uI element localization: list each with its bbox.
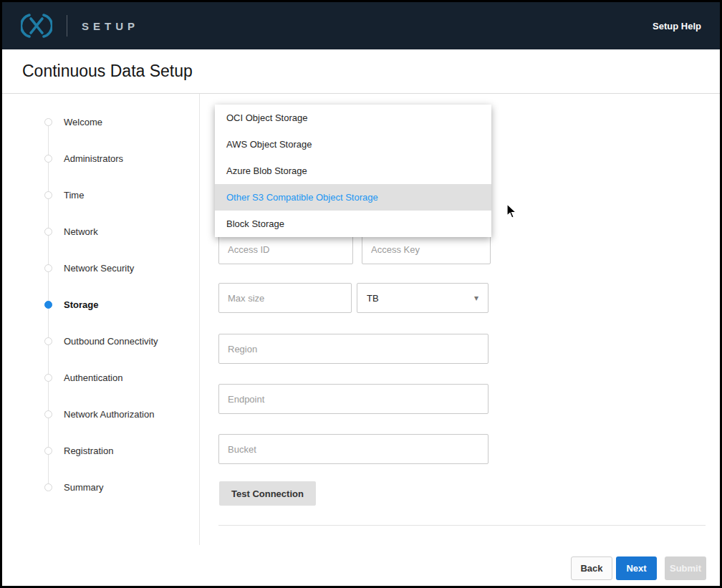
sidebar-item-storage[interactable]: Storage [2, 286, 199, 323]
step-circle-icon [44, 228, 52, 236]
bucket-field[interactable] [218, 434, 488, 464]
max-size-field[interactable] [218, 283, 352, 313]
sidebar-item-administrators[interactable]: Administrators [2, 140, 199, 177]
back-button[interactable]: Back [571, 556, 612, 580]
step-circle-icon [44, 118, 52, 126]
access-id-field[interactable] [218, 235, 353, 264]
dropdown-option-other-s3-compatible[interactable]: Other S3 Compatible Object Storage [215, 184, 491, 211]
dropdown-option-aws-object-storage[interactable]: AWS Object Storage [215, 131, 491, 158]
page-title: Continuous Data Setup [22, 62, 193, 81]
sidebar-item-label: Welcome [64, 117, 102, 127]
sidebar-item-authentication[interactable]: Authentication [2, 360, 199, 396]
sidebar-item-outbound-connectivity[interactable]: Outbound Connectivity [2, 323, 199, 360]
storage-type-dropdown-menu: OCI Object Storage AWS Object Storage Az… [215, 105, 491, 237]
access-key-field[interactable] [362, 235, 491, 264]
topbar-divider [67, 15, 67, 37]
sidebar-item-label: Time [64, 190, 84, 201]
dropdown-option-block-storage[interactable]: Block Storage [215, 211, 491, 237]
sidebar-item-network[interactable]: Network [2, 213, 199, 250]
brand-text: SETUP [82, 20, 139, 32]
step-circle-icon [44, 155, 52, 163]
top-bar: SETUP Setup Help [2, 2, 720, 49]
chevron-down-icon: ▾ [474, 294, 478, 302]
delphix-logo-icon [21, 14, 52, 38]
setup-help-link[interactable]: Setup Help [653, 21, 701, 32]
region-field[interactable] [218, 334, 488, 364]
sidebar-item-label: Storage [64, 299, 98, 310]
sidebar-item-time[interactable]: Time [2, 177, 199, 213]
app-window: SETUP Setup Help Continuous Data Setup W… [0, 0, 722, 588]
step-circle-icon [44, 374, 52, 382]
test-connection-button[interactable]: Test Connection [219, 481, 316, 506]
sidebar-item-label: Network Security [64, 263, 134, 274]
sidebar-item-network-security[interactable]: Network Security [2, 250, 199, 286]
stepper-items: Welcome Administrators Time Network Netw… [2, 104, 199, 506]
step-circle-icon [44, 264, 52, 272]
step-circle-icon [44, 301, 52, 309]
step-circle-icon [44, 337, 52, 345]
dropdown-option-oci-object-storage[interactable]: OCI Object Storage [215, 105, 491, 131]
step-circle-icon [44, 410, 52, 418]
wizard-stepper: Welcome Administrators Time Network Netw… [2, 94, 200, 545]
step-circle-icon [44, 191, 52, 199]
endpoint-field[interactable] [218, 384, 488, 414]
sidebar-item-label: Authentication [64, 372, 122, 383]
sidebar-item-network-authorization[interactable]: Network Authorization [2, 396, 199, 433]
size-unit-value: TB [367, 293, 379, 304]
next-button[interactable]: Next [616, 556, 657, 580]
size-unit-select[interactable]: TB ▾ [357, 283, 488, 313]
sidebar-item-label: Summary [64, 482, 104, 493]
content-divider [218, 525, 706, 526]
step-circle-icon [44, 447, 52, 455]
sidebar-item-label: Outbound Connectivity [64, 336, 158, 347]
sidebar-item-label: Network Authorization [64, 409, 154, 420]
sidebar-item-registration[interactable]: Registration [2, 433, 199, 469]
submit-button: Submit [665, 556, 706, 580]
dropdown-option-azure-blob-storage[interactable]: Azure Blob Storage [215, 158, 491, 184]
step-circle-icon [44, 483, 52, 491]
sidebar-item-welcome[interactable]: Welcome [2, 104, 199, 140]
sidebar-item-label: Administrators [64, 153, 123, 164]
page-header: Continuous Data Setup [2, 49, 720, 94]
sidebar-item-label: Registration [64, 445, 113, 456]
mouse-cursor [506, 203, 521, 219]
sidebar-item-summary[interactable]: Summary [2, 469, 199, 506]
sidebar-item-label: Network [64, 226, 98, 237]
